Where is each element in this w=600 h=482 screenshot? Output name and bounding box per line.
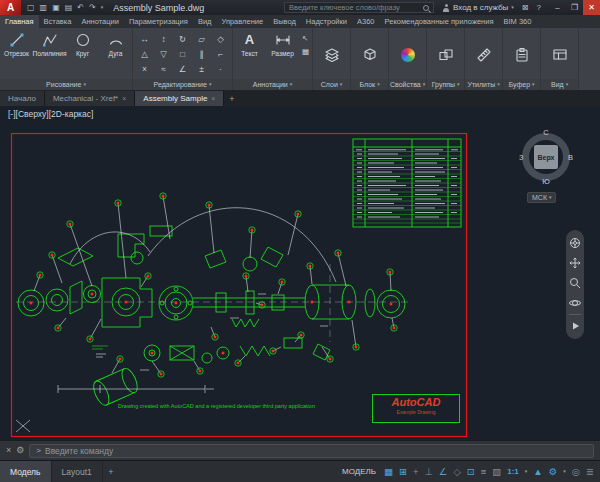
panel-view-expand-icon[interactable]: ▾ (566, 82, 569, 87)
annotation-visibility-icon[interactable]: ▲ (533, 467, 542, 477)
plot-icon[interactable]: ▤ (65, 4, 73, 12)
isodraft-icon[interactable]: ◇ (453, 467, 460, 477)
search-input[interactable]: Введите ключевое слово/фразу (289, 3, 420, 12)
customization-menu-icon[interactable]: ≣ (586, 467, 594, 477)
assembly-drawing[interactable] (0, 106, 600, 440)
close-button[interactable]: ✕ (583, 0, 600, 15)
layout-tab-layout1[interactable]: Layout1 (52, 461, 103, 482)
tab-a360[interactable]: A360 (352, 15, 380, 28)
panel-utilities[interactable]: Утилиты▾ (465, 28, 503, 90)
viewcube-top-face[interactable]: Верх (534, 145, 558, 169)
annotation-scale-button[interactable]: 1:1 (507, 467, 519, 476)
search-box[interactable]: Введите ключевое слово/фразу (284, 2, 434, 13)
file-tab-mechanical-xref[interactable]: Mechanical - Xref* × (45, 91, 135, 106)
tab-close-icon[interactable]: × (211, 95, 215, 102)
move-icon[interactable]: ↔ (140, 34, 149, 44)
drawing-border[interactable] (12, 134, 467, 437)
ucs-selector[interactable]: МСК ▾ (527, 192, 556, 203)
ortho-icon[interactable]: ⊥ (425, 467, 433, 477)
parts-list-table[interactable] (353, 139, 461, 227)
file-tab-assembly-sample[interactable]: Assembly Sample × (135, 91, 224, 106)
rotate-icon[interactable]: ↻ (179, 34, 186, 44)
text-tool[interactable]: А Текст (233, 28, 266, 79)
panel-groups-expand-icon[interactable]: ▾ (457, 82, 460, 87)
navigation-wheel-icon[interactable] (566, 234, 584, 252)
copy-icon[interactable]: ↕ (161, 34, 165, 44)
panel-groups[interactable]: Группы▾ (427, 28, 465, 90)
leader-icon[interactable]: ↖ (302, 34, 309, 43)
mirror-icon[interactable]: ▱ (198, 34, 205, 44)
scale-icon[interactable]: △ (141, 49, 148, 59)
ucs-dropdown-icon[interactable]: ▾ (549, 195, 552, 200)
offset-icon[interactable]: ∥ (199, 49, 203, 59)
signin-button[interactable]: Вход в службы ▾ (442, 3, 514, 12)
panel-block-expand-icon[interactable]: ▾ (377, 82, 380, 87)
workspace-dropdown-icon[interactable]: ▾ (563, 469, 566, 474)
modify-panel-expand-icon[interactable]: ▾ (209, 82, 212, 87)
redo-icon[interactable]: ↷ (89, 4, 96, 12)
viewcube-south[interactable]: Ю (542, 177, 550, 186)
annotation-panel-label[interactable]: Аннотации ▾ (233, 79, 312, 90)
panel-clipboard[interactable]: Буфер▾ (503, 28, 541, 90)
chamfer-icon[interactable]: ∠ (179, 64, 187, 74)
polar-tracking-icon[interactable]: ∠ (439, 467, 448, 477)
tab-home[interactable]: Главная (0, 15, 39, 28)
explode-icon[interactable]: ≈ (161, 64, 166, 74)
panel-layers-expand-icon[interactable]: ▾ (340, 82, 343, 87)
panel-properties[interactable]: Свойства▾ (389, 28, 427, 90)
viewcube-north[interactable]: С (543, 128, 548, 137)
tab-view[interactable]: Вид (193, 15, 217, 28)
model-space-button[interactable]: МОДЕЛЬ (342, 467, 376, 476)
grid-icon[interactable]: ▦ (384, 467, 393, 477)
tab-output[interactable]: Вывод (268, 15, 301, 28)
modify-panel-label[interactable]: Редактирование ▾ (133, 79, 232, 90)
viewcube-west[interactable]: З (519, 153, 524, 162)
assembly-geometry[interactable] (18, 226, 405, 407)
annotation-panel-expand-icon[interactable]: ▾ (290, 82, 293, 87)
exchange-apps-icon[interactable]: ⊠ (522, 4, 529, 12)
panel-clipboard-expand-icon[interactable]: ▾ (532, 82, 535, 87)
circle-tool[interactable]: Круг (66, 28, 99, 79)
zoom-icon[interactable] (566, 274, 584, 292)
array-icon[interactable]: ⌐ (218, 49, 223, 59)
tab-insert[interactable]: Вставка (39, 15, 77, 28)
panel-utilities-expand-icon[interactable]: ▾ (497, 82, 500, 87)
help-icon[interactable]: ? (537, 4, 541, 12)
command-input[interactable]: > Введите команду (29, 444, 594, 458)
viewport-controls[interactable]: [-][Сверху][2D-каркас] (8, 109, 93, 119)
command-close-icon[interactable]: × (6, 446, 11, 455)
trim-icon[interactable]: ▽ (160, 49, 167, 59)
draw-panel-expand-icon[interactable]: ▾ (83, 82, 86, 87)
tab-annotate[interactable]: Аннотации (76, 15, 124, 28)
panel-layers[interactable]: Слои▾ (313, 28, 351, 90)
search-icon[interactable] (423, 5, 429, 11)
new-file-icon[interactable]: ▢ (27, 4, 35, 12)
viewcube-east[interactable]: В (568, 153, 573, 162)
panel-properties-expand-icon[interactable]: ▾ (423, 82, 426, 87)
tab-addins[interactable]: Надстройки (301, 15, 352, 28)
tab-close-icon[interactable]: × (122, 95, 126, 102)
polyline-tool[interactable]: Полилиния (33, 28, 66, 79)
table-icon[interactable]: ▦ (302, 47, 309, 56)
erase-icon[interactable]: × (142, 64, 147, 74)
osnap-icon[interactable]: ⊡ (467, 467, 475, 477)
snap-icon[interactable]: ⊞ (399, 467, 407, 477)
minimize-button[interactable]: – (549, 0, 566, 15)
dynamic-input-icon[interactable]: + (413, 467, 419, 477)
workspace-gear-icon[interactable]: ⚙ (549, 467, 558, 477)
open-file-icon[interactable]: ▥ (40, 4, 48, 12)
save-icon[interactable]: ▣ (52, 4, 60, 12)
undo-icon[interactable]: ↶ (77, 4, 84, 12)
restore-button[interactable]: ❐ (566, 0, 583, 15)
lineweight-icon[interactable]: ≡ (481, 467, 487, 477)
showmotion-icon[interactable] (566, 317, 584, 335)
draw-panel-label[interactable]: Рисование ▾ (0, 79, 132, 90)
line-tool[interactable]: Отрезок (0, 28, 33, 79)
join-icon[interactable]: ± (199, 64, 204, 74)
signin-dropdown-icon[interactable]: ▾ (511, 5, 514, 10)
command-customize-icon[interactable]: ⚙ (16, 446, 24, 455)
layout-tab-model[interactable]: Модель (0, 461, 52, 482)
tab-parametric[interactable]: Параметризация (124, 15, 193, 28)
tab-bim360[interactable]: BIM 360 (498, 15, 536, 28)
more-tools-icon[interactable]: · (219, 64, 222, 74)
